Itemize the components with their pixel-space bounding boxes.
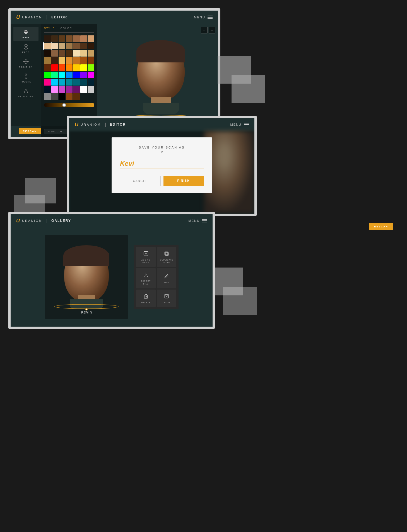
ctx-export-file[interactable]: EXPORTFILE	[136, 268, 156, 288]
color-cell-33[interactable]	[80, 64, 87, 71]
color-cell-27[interactable]	[88, 57, 94, 64]
color-cell-4[interactable]	[73, 35, 80, 42]
color-cell-10[interactable]	[66, 43, 73, 49]
color-cell-28[interactable]	[44, 64, 51, 71]
ctx-close[interactable]: CLOSE	[157, 290, 176, 307]
color-cell-8[interactable]	[51, 43, 58, 49]
color-cell-32[interactable]	[73, 64, 80, 71]
sidebar-item-position[interactable]: POSITION	[13, 56, 38, 71]
color-cell-29[interactable]	[51, 64, 58, 71]
color-cell-24[interactable]	[66, 57, 73, 64]
zoom-plus-button[interactable]: +	[209, 27, 215, 33]
logo-brand: URANIOM	[22, 16, 42, 19]
gallery-face-hair	[63, 245, 109, 266]
color-cell-54[interactable]	[80, 86, 87, 93]
color-cell-2[interactable]	[59, 35, 65, 42]
color-cell-35[interactable]	[44, 72, 51, 78]
color-cell-22[interactable]	[51, 57, 58, 64]
color-cell-6[interactable]	[88, 35, 94, 42]
tab-color[interactable]: COLOR	[61, 27, 72, 31]
slider-thumb[interactable]	[62, 103, 66, 107]
cancel-button[interactable]: CANCEL	[120, 176, 161, 186]
screen3-menu-label: MENU	[189, 219, 200, 222]
sidebar-item-hair[interactable]: HAIR	[13, 27, 38, 41]
color-cell-46[interactable]	[73, 79, 80, 86]
color-cell-45[interactable]	[66, 79, 73, 86]
color-cell-58[interactable]	[59, 93, 65, 100]
color-cell-17[interactable]	[66, 50, 73, 57]
color-cell-15[interactable]	[51, 50, 58, 57]
color-cell-26[interactable]	[80, 57, 87, 64]
color-cell-37[interactable]	[59, 72, 65, 78]
color-cell-38[interactable]	[66, 72, 73, 78]
ctx-export-file-label: EXPORTFILE	[141, 280, 151, 285]
tab-style[interactable]: STYLE	[44, 27, 55, 31]
color-cell-56[interactable]	[44, 93, 51, 100]
sidebar-item-skin-tone[interactable]: SKIN TONE	[13, 86, 38, 100]
color-cell-14[interactable]	[44, 50, 51, 57]
ctx-add-to-game[interactable]: ADD TOGAME	[136, 247, 156, 267]
color-cell-55[interactable]	[88, 86, 94, 93]
color-cell-13[interactable]	[88, 43, 94, 49]
color-cell-34[interactable]	[88, 64, 94, 71]
color-cell-11[interactable]	[73, 43, 80, 49]
color-cell-5[interactable]	[80, 35, 87, 42]
save-dialog-actions: CANCEL FINISH	[120, 176, 204, 186]
color-cell-40[interactable]	[80, 72, 87, 78]
face-hair	[136, 40, 185, 62]
color-cell-59[interactable]	[66, 93, 73, 100]
color-cell-19[interactable]	[80, 50, 87, 57]
color-cell-12[interactable]	[80, 43, 87, 49]
color-cell-9[interactable]	[59, 43, 65, 49]
sidebar-skin-tone-label: SKIN TONE	[18, 95, 34, 98]
color-cell-43[interactable]	[51, 79, 58, 86]
orange-float-button[interactable]: RESCAN	[369, 223, 393, 230]
undo-all-button[interactable]: ↩ UNDO ALL	[44, 129, 68, 134]
color-cell-51[interactable]	[59, 86, 65, 93]
screen2-menu-button[interactable]: MENU	[230, 123, 249, 126]
color-cell-47[interactable]	[80, 79, 87, 86]
color-cell-3[interactable]	[66, 35, 73, 42]
color-cell-41[interactable]	[88, 72, 94, 78]
rescan-button[interactable]: RESCAN	[19, 128, 41, 134]
color-cell-44[interactable]	[59, 79, 65, 86]
color-slider[interactable]	[44, 103, 94, 107]
context-menu: ADD TOGAME DUPLICATESCAN	[134, 245, 179, 309]
sidebar-item-face[interactable]: FACE	[13, 42, 38, 56]
color-cell-53[interactable]	[73, 86, 80, 93]
screen1-menu-button[interactable]: MENU	[194, 16, 213, 19]
screen3-menu-button[interactable]: MENU	[189, 219, 207, 222]
finish-button[interactable]: FINISH	[163, 176, 204, 186]
color-cell-60[interactable]	[73, 93, 80, 100]
color-cell-31[interactable]	[66, 64, 73, 71]
zoom-minus-button[interactable]: −	[201, 27, 208, 33]
color-cell-39[interactable]	[73, 72, 80, 78]
color-cell-50[interactable]	[51, 86, 58, 93]
svg-line-15	[26, 77, 27, 79]
ctx-edit[interactable]: EDIT	[157, 268, 176, 288]
color-cell-16[interactable]	[59, 50, 65, 57]
gallery-avatar-face	[59, 241, 114, 308]
color-cell-30[interactable]	[59, 64, 65, 71]
save-name-input[interactable]	[120, 159, 204, 169]
color-cell-49[interactable]	[44, 86, 51, 93]
color-cell-23[interactable]	[59, 57, 65, 64]
ctx-delete[interactable]: DELETE	[136, 290, 156, 307]
color-cell-7[interactable]	[44, 43, 51, 49]
color-cell-48[interactable]	[88, 79, 94, 86]
export-file-icon	[143, 271, 149, 278]
ctx-duplicate-scan[interactable]: DUPLICATESCAN	[157, 247, 176, 267]
ctx-edit-label: EDIT	[164, 281, 169, 284]
color-cell-21[interactable]	[44, 57, 51, 64]
color-cell-0[interactable]	[44, 35, 51, 42]
sidebar-item-figure[interactable]: FIGURE	[13, 71, 38, 85]
color-cell-57[interactable]	[51, 93, 58, 100]
color-cell-42[interactable]	[44, 79, 51, 86]
svg-point-3	[25, 46, 25, 47]
color-cell-20[interactable]	[88, 50, 94, 57]
color-cell-1[interactable]	[51, 35, 58, 42]
color-cell-25[interactable]	[73, 57, 80, 64]
color-cell-18[interactable]	[73, 50, 80, 57]
color-cell-36[interactable]	[51, 72, 58, 78]
color-cell-52[interactable]	[66, 86, 73, 93]
